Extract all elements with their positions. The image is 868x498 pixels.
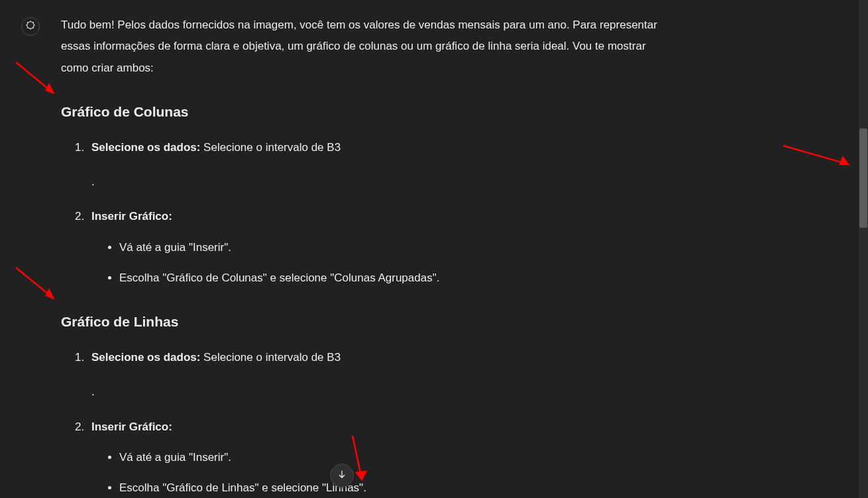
step-item: Inserir Gráfico: Vá até a guia "Inserir"…	[87, 417, 657, 498]
step-bold: Selecione os dados:	[91, 351, 200, 364]
step-bold: Inserir Gráfico:	[91, 421, 172, 433]
step-bold: Selecione os dados:	[91, 141, 200, 154]
chat-content: Tudo bem! Pelos dados fornecidos na imag…	[0, 0, 859, 498]
substep-item: Escolha "Gráfico de Colunas" e selecione…	[119, 268, 657, 289]
substeps-list: Vá até a guia "Inserir". Escolha "Gráfic…	[91, 237, 657, 289]
step-item: Selecione os dados: Selecione o interval…	[87, 137, 657, 193]
steps-list-colunas: Selecione os dados: Selecione o interval…	[61, 137, 657, 289]
step-item: Selecione os dados: Selecione o interval…	[87, 347, 657, 403]
step-rest: Selecione o intervalo de B3	[200, 351, 341, 364]
scrollbar-thumb[interactable]	[859, 128, 867, 228]
scrollbar-track[interactable]	[859, 0, 868, 498]
assistant-avatar	[21, 17, 40, 36]
assistant-message: Tudo bem! Pelos dados fornecidos na imag…	[61, 15, 657, 498]
svg-point-0	[27, 22, 34, 29]
intro-paragraph: Tudo bem! Pelos dados fornecidos na imag…	[61, 15, 657, 79]
dot-line: .	[91, 381, 657, 403]
arrow-down-icon	[337, 469, 347, 482]
step-rest: Selecione o intervalo de B3	[200, 141, 341, 154]
section-heading-linhas: Gráfico de Linhas	[61, 309, 657, 335]
substep-item: Vá até a guia "Inserir".	[119, 447, 657, 468]
assistant-logo-icon	[25, 19, 36, 34]
app-viewport: Tudo bem! Pelos dados fornecidos na imag…	[0, 0, 868, 498]
steps-list-linhas: Selecione os dados: Selecione o interval…	[61, 347, 657, 498]
substep-item: Vá até a guia "Inserir".	[119, 237, 657, 258]
substep-item: Escolha "Gráfico de Linhas" e selecione …	[119, 477, 657, 498]
step-item: Inserir Gráfico: Vá até a guia "Inserir"…	[87, 206, 657, 289]
dot-line: .	[91, 172, 657, 193]
section-heading-colunas: Gráfico de Colunas	[61, 99, 657, 125]
scroll-to-bottom-button[interactable]	[330, 464, 354, 487]
step-bold: Inserir Gráfico:	[91, 210, 172, 223]
substeps-list: Vá até a guia "Inserir". Escolha "Gráfic…	[91, 447, 657, 498]
